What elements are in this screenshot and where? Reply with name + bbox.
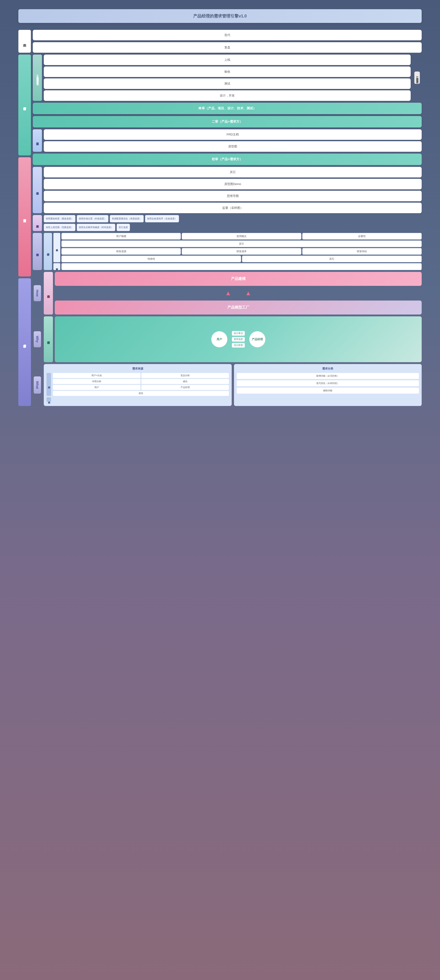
arrow-up-1: ▲ [225,290,232,297]
xqyf-section: 开发&跟踪&测试&验收&上线 上线 验收 测试 设计，开发 跟踪&修正&反馈 [33,54,422,127]
why-diagram: 用户 提出事业 需求场景 流出限塞 产品经理 [55,317,422,362]
prio-1: 按照价值位置（价值选度） [77,215,108,222]
page-title: 产品经理的需求管理引擎v1.0 [18,9,422,23]
main-container: 产品经理的需求管理引擎v1.0 归档 需求研发 需求立项 需求分析 [18,9,422,406]
main-content: 迭代 复盘 开发&跟踪&测试&验收&上线 上线 验收 测试 设计，开发 [33,30,422,406]
ext-0-0: 用户+出处 [53,373,140,378]
why-label: Why [34,331,41,347]
uv-0: 用户规模 [61,233,181,240]
prd-doc: PRD文档 [44,129,422,140]
ext-1-1: 减化 [141,379,229,384]
why-content: 需求分析精髓闭环 用户 提出事业 需求场景 流出限塞 [44,317,422,362]
prio-5: 按照先后顺序准确度（时间选度） [77,224,115,231]
why-section-label: 需求分析精髓闭环 [44,317,53,362]
value-grid-container: 用户视觉的使用价值 用户规模 使用频次 必要性 [53,233,422,270]
ext-2-0: 用户 [53,385,140,390]
dl-item-3: 监量（采样图） [44,203,422,213]
what-outer: What 需求来源 外来 用户+出处 [33,364,422,406]
user-value-row: 用户视觉的使用价值 用户规模 使用频次 必要性 [53,233,422,262]
dl-item-0: 其它 [44,167,422,177]
right-tracking-label: 跟踪&修正&反馈 [415,72,420,84]
why-outer: Why 需求分析精髓闭环 用户 提出事业 [33,317,422,362]
dl-item-2: 思维导图 [44,191,422,201]
dev-item-3: 设计，开发 [44,90,411,101]
ext-0-1: 竞品分析 [141,373,229,378]
prio-3: 按照近效度程序（近效选度） [145,215,179,222]
demand-value-section: 需求价值判断 需求价值判断维度 [33,233,422,270]
priority-section: 优先级分配 按照紧急程度（紧急选度） 按照价值位置（价值选度） 资源配置最优化（… [33,215,422,231]
center-connections: 提出事业 需求场景 流出限塞 [232,331,245,348]
dev-sub-label: 开发&跟踪&测试&验收&上线 [33,54,42,101]
outer-layout: 归档 需求研发 需求立项 需求分析 迭代 复盘 [18,30,422,406]
demand-value-outer-label: 需求价值判断 [33,233,42,270]
product-logic-label: 产品逻辑可视化 [33,129,42,152]
internal-items [53,397,229,402]
second-review: 二审（产品+需求方） [33,116,422,127]
ext-row-2: 用户 产品经理 [53,385,229,390]
cat-item-2: 辅助功能 [237,388,419,394]
ext-row-0: 用户+出处 竞品分析 [53,373,229,378]
what-label-col: What [33,364,42,406]
biz-value-label: 商业视觉的研发价值 [53,263,60,270]
demand-value-content: 需求价值判断维度 用户视觉的使用价值 [44,233,422,270]
conn-tag-1: 需求场景 [232,337,245,342]
prio-4: 按照上线范围（范围选度） [44,224,75,231]
final-review: 终审（产品、项目、设计、技术、测试） [33,103,422,114]
category-title: 需求分类 [237,367,419,371]
source-box: 需求来源 外来 用户+出处 竞品分析 对 [44,364,232,406]
what-label: What [34,376,41,393]
xqfx-section: 需求价值判断 需求价值判断维度 [33,233,422,406]
how-label: How [34,285,41,301]
label-xqyf: 需求研发 [18,54,31,156]
cat-item-1: 迭代优化（从有到优） [237,380,419,386]
priority-label: 优先级分配 [33,215,42,231]
right-label-col: 跟踪&修正&反馈 [413,54,422,101]
circle-pm: 产品经理 [249,331,265,347]
internal-label: 内来 [46,397,51,402]
dev-item-1: 验收 [44,67,411,77]
how-label-col: How [33,272,42,315]
how-demand-logic-label: 需求逻辑产品化建模 [44,272,53,315]
conn-tag-2: 流出限塞 [232,343,245,348]
uv-6: 研发待站 [302,248,422,255]
cat-item-0: 新增功能（从无到有） [237,373,419,379]
demand-value-sub-label: 需求价值判断维度 [44,233,52,270]
demand-logic-label: 需求逻辑品化 [33,167,42,213]
how-outer: How 需求逻辑产品化建模 产品建模 ▲ ▲ [33,272,422,315]
product-logic-items: PRD文档 原型图 [44,129,422,152]
product-build: 产品建模 [55,272,422,286]
label-xqfx: 需求分析 [18,278,31,406]
uv-8: 其它 [242,256,422,262]
product-factory: 产品模型工厂 [55,301,422,315]
uv-5: 研发成本 [182,248,301,255]
dev-item-2: 测试 [44,78,411,89]
gudang-section: 迭代 复盘 [33,30,422,53]
ext-row-1: 对照分析 减化 [53,379,229,384]
dl-item-1: 原型图Demo [44,179,422,189]
item-diedai: 迭代 [33,30,422,40]
uv-4: 研发进源 [61,248,181,255]
user-value-grid: 用户规模 使用频次 必要性 其它 研发进源 [61,233,422,262]
prototype: 原型图 [44,141,422,152]
ext-row-3: 策性 [53,391,229,396]
initial-review: 初审（产品+需求方） [33,154,422,165]
arrow-row: ▲ ▲ [55,288,422,299]
how-content: 需求逻辑产品化建模 产品建模 ▲ ▲ 产品模型工厂 [44,272,422,315]
dev-item-0: 上线 [44,54,411,65]
dev-subsection: 开发&跟踪&测试&验收&上线 上线 验收 测试 设计，开发 跟踪&修正&反馈 [33,54,422,101]
source-title: 需求来源 [46,367,229,371]
priority-items: 按照紧急程度（紧急选度） 按照价值位置（价值选度） 资源配置最优化（资源选度） … [44,215,422,231]
dev-items: 上线 验收 测试 设计，开发 [44,54,411,101]
uv-2: 必要性 [302,233,422,240]
value-detail-row: 需求价值判断维度 用户视觉的使用价值 [44,233,422,270]
item-fupan: 复盘 [33,42,422,53]
user-value-label: 用户视觉的使用价值 [53,233,60,262]
how-build-col: 产品建模 ▲ ▲ 产品模型工厂 [55,272,422,315]
uv-1: 使用频次 [182,233,301,240]
label-xqlx: 需求立项 [18,157,31,277]
external-source: 外来 用户+出处 竞品分析 对照分析 减化 [46,373,229,396]
biz-value-row: 商业视觉的研发价值 [53,263,422,270]
internal-source: 内来 [46,397,229,402]
uv-3: 其它 [61,240,422,247]
external-label: 外来 [46,373,51,396]
